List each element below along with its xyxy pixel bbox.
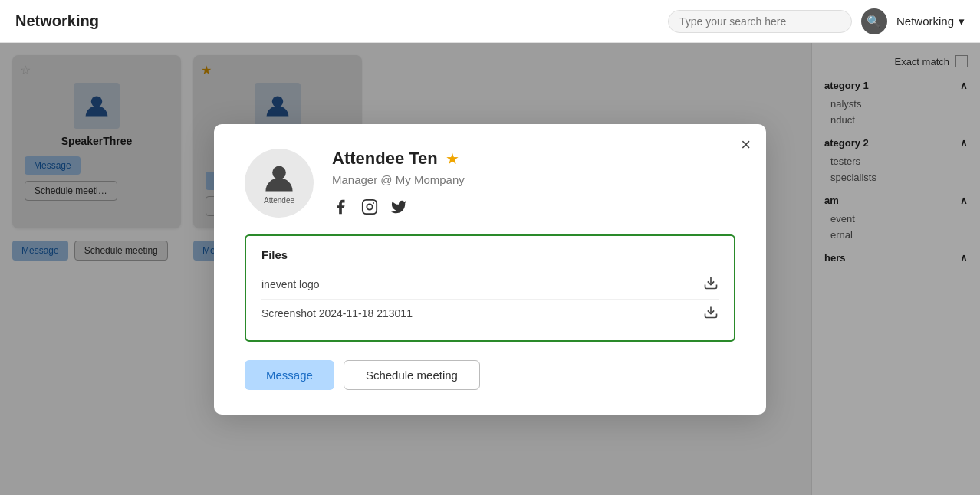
file-name-1: inevent logo <box>261 278 320 290</box>
header-right: 🔍 Networking ▾ <box>668 8 965 34</box>
twitter-icon[interactable] <box>390 198 407 219</box>
modal-overlay[interactable]: × Attendee Attendee Ten ★ Manager @ My M… <box>0 43 980 495</box>
svg-point-4 <box>367 204 372 209</box>
svg-point-2 <box>272 166 286 180</box>
modal-avatar-label: Attendee <box>264 196 294 205</box>
app-title: Networking <box>15 12 99 30</box>
file-row-1: inevent logo <box>261 270 719 300</box>
modal-message-button[interactable]: Message <box>245 360 334 390</box>
modal-name-row: Attendee Ten ★ <box>332 149 735 169</box>
download-icon-1[interactable] <box>703 275 719 294</box>
download-icon-2[interactable] <box>703 304 719 323</box>
modal-star-icon[interactable]: ★ <box>446 149 459 168</box>
nav-dropdown[interactable]: Networking ▾ <box>896 15 965 28</box>
files-section: Files inevent logo Screenshot 2024-11-18… <box>245 234 735 342</box>
modal-actions: Message Schedule meeting <box>245 360 735 390</box>
modal-avatar: Attendee <box>245 149 314 218</box>
instagram-icon[interactable] <box>361 198 378 219</box>
facebook-icon[interactable] <box>332 198 349 219</box>
modal-attendee-name: Attendee Ten <box>332 149 438 169</box>
modal-dialog: × Attendee Attendee Ten ★ Manager @ My M… <box>214 124 766 415</box>
modal-info: Attendee Ten ★ Manager @ My Mompany <box>332 149 735 219</box>
nav-label: Networking <box>896 15 954 28</box>
chevron-down-icon: ▾ <box>959 15 965 28</box>
file-row-2: Screenshot 2024-11-18 213011 <box>261 300 719 328</box>
app-header: Networking 🔍 Networking ▾ <box>0 0 980 43</box>
modal-top: Attendee Attendee Ten ★ Manager @ My Mom… <box>245 149 735 219</box>
svg-point-5 <box>373 202 374 204</box>
svg-rect-3 <box>363 199 377 213</box>
main-area: ☆ SpeakerThree Message Schedule meeti… ★… <box>0 43 980 495</box>
modal-socials <box>332 198 735 219</box>
search-input[interactable] <box>679 15 840 28</box>
search-button[interactable]: 🔍 <box>861 8 887 34</box>
modal-schedule-button[interactable]: Schedule meeting <box>344 360 480 390</box>
search-bar <box>668 10 852 33</box>
files-title: Files <box>261 248 719 261</box>
close-button[interactable]: × <box>741 136 751 153</box>
modal-attendee-role: Manager @ My Mompany <box>332 173 735 186</box>
file-name-2: Screenshot 2024-11-18 213011 <box>261 307 413 320</box>
